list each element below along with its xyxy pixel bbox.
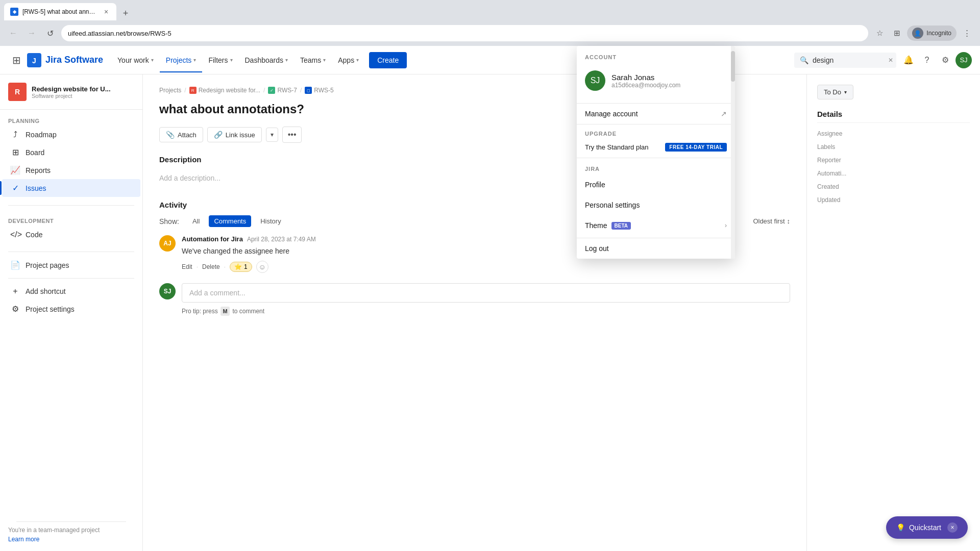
sidebar-item-issues-label: Issues — [26, 184, 46, 192]
create-button[interactable]: Create — [369, 52, 407, 68]
planning-label: PLANNING — [0, 114, 142, 126]
updated-label: Updated — [817, 195, 868, 204]
forward-button[interactable]: → — [24, 26, 39, 40]
menu-button[interactable]: ⋮ — [960, 26, 974, 40]
breadcrumb-rws5[interactable]: ◻ RWS-5 — [305, 87, 333, 94]
link-issue-button[interactable]: 🔗 Link issue — [207, 127, 262, 142]
sidebar-item-issues[interactable]: ✓ Issues — [2, 179, 140, 197]
nav-your-work[interactable]: Your work ▾ — [111, 52, 160, 68]
sidebar-item-roadmap[interactable]: ⤴ Roadmap — [2, 126, 140, 143]
address-bar[interactable]: uifeed.atlassian.net/browse/RWS-5 — [61, 25, 868, 41]
breadcrumb-project-name[interactable]: Redesign website for... — [199, 87, 260, 94]
quickstart-icon: 💡 — [896, 523, 905, 532]
delete-comment-button[interactable]: Delete — [202, 263, 220, 270]
help-button[interactable]: ? — [919, 52, 935, 68]
sidebar-item-project-pages[interactable]: 📄 Project pages — [2, 256, 140, 274]
tab-bar: ◆ [RWS-5] what about annotations... × + — [0, 0, 980, 20]
jira-section-label: JIRA — [585, 166, 600, 172]
sidebar-project-header[interactable]: R Redesign website for U... Software pro… — [0, 74, 142, 110]
quickstart-label: Quickstart — [909, 523, 941, 532]
chevron-down-icon: ▾ — [193, 57, 196, 63]
notifications-button[interactable]: 🔔 — [900, 52, 917, 68]
account-avatar: SJ — [585, 70, 605, 91]
show-label: Show: — [159, 217, 179, 226]
profile-item[interactable]: Profile — [577, 174, 735, 195]
search-box[interactable]: 🔍 ✕ — [794, 53, 896, 68]
tab-all[interactable]: All — [187, 215, 205, 227]
nav-teams[interactable]: Teams ▾ — [294, 52, 332, 68]
main-content: R Redesign website for U... Software pro… — [0, 74, 980, 551]
active-tab[interactable]: ◆ [RWS-5] what about annotations... × — [4, 3, 116, 20]
project-type: Software project — [32, 93, 111, 99]
jira-logo-icon: J — [27, 53, 41, 67]
sidebar-item-add-shortcut[interactable]: + Add shortcut — [2, 283, 140, 300]
personal-settings-item[interactable]: Personal settings — [577, 195, 735, 215]
more-options-button[interactable]: ••• — [282, 127, 302, 143]
external-link-icon: ↗ — [721, 110, 727, 118]
theme-chevron-icon: › — [725, 222, 727, 229]
back-button[interactable]: ← — [6, 26, 20, 40]
extension-button[interactable]: ⊞ — [890, 26, 904, 40]
comment-author: Automation for Jira — [182, 235, 243, 243]
breadcrumb-rws7-link[interactable]: RWS-7 — [277, 87, 297, 94]
link-icon: 🔗 — [214, 131, 223, 139]
nav-projects[interactable]: Projects ▾ — [160, 52, 203, 68]
new-tab-button[interactable]: + — [118, 6, 133, 20]
bookmark-button[interactable]: ☆ — [872, 26, 887, 40]
tab-close-button[interactable]: × — [102, 8, 110, 16]
edit-comment-button[interactable]: Edit — [182, 263, 192, 270]
learn-more-link[interactable]: Learn more — [8, 536, 39, 543]
theme-item[interactable]: Theme BETA › — [577, 215, 735, 236]
nav-apps[interactable]: Apps ▾ — [332, 52, 365, 68]
manage-account-item[interactable]: Manage account ↗ — [577, 104, 735, 124]
nav-filters[interactable]: Filters ▾ — [202, 52, 238, 68]
clear-search-icon[interactable]: ✕ — [888, 57, 893, 64]
breadcrumb-rws7[interactable]: ✓ RWS-7 — [268, 87, 297, 94]
add-reaction-button[interactable]: ☺ — [256, 261, 268, 273]
jira-logo[interactable]: J Jira Software — [27, 53, 103, 67]
comment-input-placeholder: Add a comment... — [189, 289, 246, 297]
profile-label: Profile — [585, 181, 605, 189]
right-panel: To Do ▾ Details Assignee Labels Reporter — [806, 74, 980, 551]
reload-button[interactable]: ↺ — [43, 26, 57, 40]
breadcrumb-projects[interactable]: Projects — [159, 87, 181, 94]
comment-input-row: SJ Add a comment... — [159, 283, 790, 303]
tab-history[interactable]: History — [255, 215, 286, 227]
logout-item[interactable]: Log out — [577, 238, 735, 259]
key-badge: M — [220, 307, 230, 316]
address-text: uifeed.atlassian.net/browse/RWS-5 — [68, 30, 172, 37]
breadcrumb-rws5-link[interactable]: RWS-5 — [314, 87, 333, 94]
sidebar-item-code[interactable]: </> Code — [2, 226, 140, 243]
manage-account-label: Manage account — [585, 110, 638, 118]
sidebar-item-reports[interactable]: 📈 Reports — [2, 161, 140, 179]
settings-button[interactable]: ⚙ — [937, 52, 953, 68]
sort-button[interactable]: Oldest first ↕ — [753, 217, 790, 225]
sidebar-item-project-settings[interactable]: ⚙ Project settings — [2, 300, 140, 318]
user-avatar-button[interactable]: SJ — [955, 52, 972, 68]
nav-dashboards[interactable]: Dashboards ▾ — [239, 52, 295, 68]
grid-icon[interactable]: ⊞ — [8, 50, 25, 70]
sidebar-divider-4 — [16, 521, 126, 522]
quickstart-button[interactable]: 💡 Quickstart × — [886, 516, 968, 539]
expand-actions-button[interactable]: ▾ — [266, 128, 278, 142]
upgrade-section: UPGRADE Try the Standard plan FREE 14-DA… — [577, 124, 735, 158]
story-icon: ✓ — [268, 87, 275, 94]
quickstart-close-button[interactable]: × — [947, 522, 958, 533]
search-input[interactable] — [813, 56, 884, 64]
sidebar-item-board[interactable]: ⊞ Board — [2, 143, 140, 161]
comment-input[interactable]: Add a comment... — [182, 283, 790, 303]
breadcrumb-sep-2: / — [263, 87, 265, 94]
project-icon: R — [8, 83, 27, 101]
sidebar-item-board-label: Board — [26, 148, 44, 157]
trial-badge[interactable]: FREE 14-DAY TRIAL — [665, 143, 727, 152]
tab-comments[interactable]: Comments — [209, 215, 251, 227]
status-button[interactable]: To Do ▾ — [817, 85, 853, 99]
attach-button[interactable]: 📎 Attach — [159, 127, 203, 142]
incognito-badge[interactable]: 👤 Incognito — [907, 26, 957, 41]
subtask-icon: ◻ — [305, 87, 312, 94]
project-icon-small: R — [189, 87, 197, 94]
reaction-button[interactable]: ⭐ 1 — [230, 262, 252, 272]
reaction-emoji: ⭐ — [234, 263, 242, 270]
chevron-down-icon: ▾ — [323, 57, 326, 63]
breadcrumb-project[interactable]: R Redesign website for... — [189, 87, 260, 94]
